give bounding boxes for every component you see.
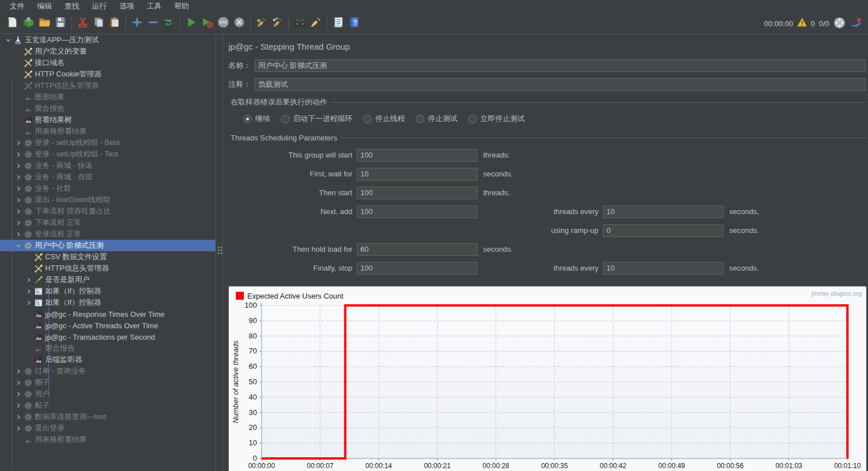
- tree-item[interactable]: 是否是新用户: [0, 274, 215, 285]
- sched-input-3[interactable]: [357, 206, 477, 218]
- menu-options[interactable]: 选项: [113, 0, 140, 13]
- radio-selected-icon[interactable]: [243, 115, 252, 123]
- sched-input-0[interactable]: [357, 149, 477, 162]
- tree-item[interactable]: 退出登录: [0, 422, 215, 434]
- cut-button[interactable]: [75, 15, 91, 31]
- chevron-right-icon[interactable]: [14, 402, 23, 409]
- tree-item[interactable]: 玉玄道APP—压力测试: [0, 34, 215, 46]
- chevron-right-icon[interactable]: [14, 163, 23, 169]
- tree-item[interactable]: 后端监听器: [0, 354, 215, 365]
- tree-item[interactable]: jp@gc - Transactions per Second: [0, 331, 215, 343]
- tree-item[interactable]: 圈子: [0, 377, 215, 388]
- clear-all-button[interactable]: [270, 15, 286, 31]
- menu-edit[interactable]: 编辑: [31, 0, 58, 13]
- new-file-button[interactable]: [5, 15, 21, 31]
- tree-item[interactable]: 下单流程 正常: [0, 217, 215, 228]
- chevron-right-icon[interactable]: [14, 174, 23, 180]
- panel-splitter[interactable]: [216, 34, 223, 471]
- tree-item[interactable]: 用户中心 阶梯式压测: [0, 240, 215, 251]
- copy-button[interactable]: [91, 15, 107, 31]
- tree-item[interactable]: 业务 - 商城 - 自提: [0, 171, 215, 183]
- clear-button[interactable]: [254, 15, 270, 31]
- tree-item[interactable]: 如果（If）控制器: [0, 285, 215, 297]
- tree-item[interactable]: 图形结果: [0, 91, 215, 103]
- tree-item[interactable]: 察看结果树: [0, 114, 215, 126]
- chevron-down-icon[interactable]: [3, 37, 13, 43]
- radio-option-3[interactable]: 停止测试: [416, 114, 457, 124]
- chevron-right-icon[interactable]: [14, 425, 23, 432]
- radio-option-2[interactable]: 停止线程: [363, 114, 405, 124]
- tree-item[interactable]: 用户: [0, 388, 215, 400]
- sched-input-6[interactable]: [357, 262, 477, 275]
- open-file-button[interactable]: [37, 15, 53, 31]
- menu-file[interactable]: 文件: [3, 0, 31, 13]
- tree-item[interactable]: jp@gc - Response Times Over Time: [0, 308, 215, 320]
- start-no-timers-button[interactable]: [199, 15, 215, 31]
- search-button[interactable]: [292, 15, 308, 31]
- jmeter-logo-icon[interactable]: [850, 17, 862, 31]
- tree-item[interactable]: 下单流程 按吞吐量占比: [0, 206, 215, 217]
- chevron-right-icon[interactable]: [14, 186, 23, 192]
- radio-icon[interactable]: [281, 115, 290, 123]
- tree-item[interactable]: HTTP信息头管理器: [0, 263, 215, 274]
- tree-item[interactable]: 数据库连接查询---test: [0, 411, 215, 422]
- tree-item[interactable]: 用表格察看结果: [0, 126, 215, 137]
- radio-icon[interactable]: [363, 115, 372, 123]
- tree-item[interactable]: 登录 - setUp线程组 - Test: [0, 148, 215, 160]
- chevron-down-icon[interactable]: [14, 243, 23, 249]
- tree-item[interactable]: 聚合报告: [0, 343, 215, 354]
- chevron-right-icon[interactable]: [14, 151, 23, 158]
- tree-item[interactable]: 业务 - 社群: [0, 183, 215, 194]
- tree-item[interactable]: 登录流程 正常: [0, 228, 215, 240]
- tree-item[interactable]: 用户定义的变量: [0, 46, 215, 57]
- tree-item[interactable]: jp@gc - Active Threads Over Time: [0, 320, 215, 331]
- chevron-right-icon[interactable]: [14, 414, 23, 420]
- tree-item[interactable]: 聚合报告: [0, 103, 215, 114]
- function-helper-button[interactable]: [330, 15, 346, 31]
- sched-input2-3[interactable]: [603, 206, 724, 218]
- chevron-right-icon[interactable]: [14, 391, 23, 397]
- radio-icon[interactable]: [468, 115, 477, 123]
- warning-icon[interactable]: [797, 18, 807, 29]
- chevron-right-icon[interactable]: [24, 288, 33, 295]
- help-button[interactable]: ?: [346, 15, 362, 31]
- tree-item[interactable]: HTTP信息头管理器: [0, 80, 215, 91]
- chevron-right-icon[interactable]: [14, 220, 23, 226]
- sched-input-1[interactable]: [357, 168, 477, 180]
- tree-item[interactable]: 接口域名: [0, 57, 215, 69]
- chevron-right-icon[interactable]: [14, 368, 23, 375]
- tree-item[interactable]: 帖子: [0, 400, 215, 411]
- chevron-right-icon[interactable]: [14, 140, 23, 146]
- start-button[interactable]: [183, 15, 199, 31]
- menu-search[interactable]: 查找: [58, 0, 86, 13]
- sched-input2-6[interactable]: [603, 262, 724, 275]
- toggle-button[interactable]: [161, 15, 177, 31]
- splitter-grip-icon[interactable]: [218, 247, 222, 254]
- sched-input-5[interactable]: [357, 243, 477, 256]
- chevron-right-icon[interactable]: [14, 197, 23, 203]
- paste-button[interactable]: [107, 15, 123, 31]
- tree-item[interactable]: 退出 - tearDown线程组: [0, 194, 215, 206]
- tree-item[interactable]: HTTP Cookie管理器: [0, 69, 215, 80]
- plugins-manager-icon[interactable]: [833, 17, 846, 31]
- chevron-right-icon[interactable]: [14, 231, 23, 237]
- name-input[interactable]: [255, 59, 866, 72]
- tree-item[interactable]: 订单 - 查询业务: [0, 365, 215, 377]
- chevron-right-icon[interactable]: [24, 277, 33, 283]
- radio-option-4[interactable]: 立即停止测试: [468, 114, 525, 124]
- tree-item[interactable]: 登录 - setUp线程组 - Beta: [0, 137, 215, 148]
- sched-input-2[interactable]: [357, 187, 477, 199]
- radio-option-0[interactable]: 继续: [243, 114, 270, 124]
- menu-help[interactable]: 帮助: [168, 0, 195, 13]
- shutdown-button[interactable]: [231, 15, 247, 31]
- radio-option-1[interactable]: 启动下一进程循环: [281, 114, 352, 124]
- zoom-in-button[interactable]: [129, 15, 145, 31]
- tree-item[interactable]: 如果（If）控制器: [0, 297, 215, 308]
- zoom-out-button[interactable]: [145, 15, 161, 31]
- search-reset-button[interactable]: [308, 15, 324, 31]
- comment-input[interactable]: [255, 78, 866, 91]
- chevron-right-icon[interactable]: [14, 208, 23, 215]
- radio-icon[interactable]: [416, 115, 424, 123]
- tree-item[interactable]: 用表格察看结果: [0, 434, 215, 445]
- chevron-right-icon[interactable]: [24, 300, 33, 306]
